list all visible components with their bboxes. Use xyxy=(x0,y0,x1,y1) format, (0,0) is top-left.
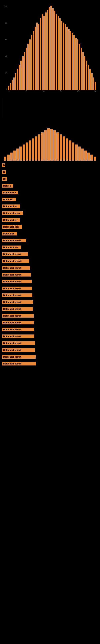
chart1-bar xyxy=(65,24,66,90)
result-row: Bottleneck result xyxy=(0,334,100,339)
chart1-bar xyxy=(50,6,52,90)
chart1-bar xyxy=(8,86,9,90)
result-row: Bottleneck re xyxy=(0,217,100,222)
result-row: Bottleneck result xyxy=(0,252,100,257)
bottleneck-result-label: Bottleneck re xyxy=(2,218,20,222)
result-row: Bottleneck res xyxy=(0,245,100,250)
result-row: Bottleneck re xyxy=(0,204,100,209)
chart2-bar xyxy=(66,138,68,160)
chart1-bar xyxy=(13,78,15,90)
result-row: B xyxy=(0,170,100,175)
result-row: Bottleneck result xyxy=(0,320,100,325)
result-row: Bottleneck result xyxy=(0,300,100,305)
result-row: Bottleneck result xyxy=(0,340,100,346)
result-row: Bottleneck result xyxy=(0,238,100,243)
result-row: Bottleneck result xyxy=(0,292,100,298)
chart2-bar xyxy=(35,136,37,160)
chart2-bar xyxy=(56,132,59,160)
chart2-bar xyxy=(38,134,40,160)
chart1-bar xyxy=(59,18,61,90)
result-row: Bottleneck result xyxy=(0,265,100,270)
chart2-bar xyxy=(44,130,47,160)
chart1-bar xyxy=(45,12,47,90)
chart1-bar xyxy=(56,14,57,90)
chart2-bar xyxy=(63,136,65,160)
chart1-bar xyxy=(47,10,49,90)
chart2-bar xyxy=(26,142,28,160)
chart2-bar xyxy=(53,130,56,160)
chart2 xyxy=(2,120,98,160)
bar-container xyxy=(8,6,96,90)
bottleneck-result-label: Bottleneck xyxy=(2,232,17,236)
chart1-bar xyxy=(66,27,68,90)
chart1-bar xyxy=(81,48,82,90)
chart1-bar xyxy=(20,60,22,90)
chart2-bar xyxy=(41,132,43,160)
result-row: Bottleneck resi xyxy=(0,224,100,230)
chart2-bar xyxy=(75,144,77,160)
bottleneck-result-label: Bottleneck resu xyxy=(2,211,23,215)
bottleneck-result-label: Bottleneck result xyxy=(2,294,32,297)
chart2-bar xyxy=(87,152,90,160)
chart2-bar xyxy=(84,150,87,160)
chart1-bar xyxy=(43,16,45,90)
bottleneck-result-label: Bo xyxy=(2,177,7,181)
chart1-bar xyxy=(70,31,71,90)
chart1-bar xyxy=(36,22,38,90)
chart1-bar xyxy=(63,22,64,90)
chart2-bar xyxy=(72,142,74,160)
result-row: Bottleneck result xyxy=(0,327,100,332)
bottleneck-result-label: Bottleneck result xyxy=(2,259,29,263)
chart1-bar xyxy=(73,35,75,90)
chart2-bar xyxy=(7,154,9,160)
result-row: Bottleneck result xyxy=(0,306,100,312)
chart1-bar xyxy=(29,40,31,90)
chart1-bar xyxy=(38,24,39,90)
bottleneck-result-label: Bottleneck result xyxy=(2,341,35,345)
chart2-bar xyxy=(13,150,16,160)
x-axis: 0 10 20 30 40 50 xyxy=(8,90,96,96)
chart1-bar xyxy=(58,16,59,90)
bottleneck-result-label: Bottlen xyxy=(2,184,13,188)
chart2-bar xyxy=(23,144,25,160)
chart1-bar xyxy=(22,56,24,90)
bottleneck-result-label: B xyxy=(2,170,6,174)
chart1-bar xyxy=(82,52,84,90)
chart1-bar xyxy=(31,35,32,90)
chart1-bar xyxy=(79,44,80,90)
result-row: Bottleneck result xyxy=(0,286,100,291)
result-row: Bottleneck result xyxy=(0,313,100,318)
bottleneck-result-label: Bottleneck result xyxy=(2,280,32,283)
bottleneck-result-label: Bottleneck result xyxy=(2,314,34,318)
result-row: Bottleneck result xyxy=(0,361,100,366)
chart1-bar xyxy=(33,31,34,90)
chart2-bar xyxy=(78,146,81,160)
result-row: Bottleneck result xyxy=(0,347,100,352)
chart1-bar xyxy=(95,82,96,90)
result-row: Bottleneck r xyxy=(0,190,100,195)
bottleneck-result-label: Bottleneck result xyxy=(2,307,33,311)
chart2-bar xyxy=(16,148,19,160)
chart1-bar xyxy=(93,78,94,90)
bottleneck-result-label: Bottleneck result xyxy=(2,355,36,359)
chart1-bar xyxy=(84,56,85,90)
chart1-bar xyxy=(26,48,27,90)
chart1-bar xyxy=(10,83,11,90)
bottleneck-result-label: Bottleneck result xyxy=(2,348,35,352)
chart1-bar xyxy=(68,30,70,90)
bottleneck-result-label: Bottleneck result xyxy=(2,362,36,366)
chart2-bar xyxy=(69,140,71,160)
chart1-bar xyxy=(17,69,18,90)
chart2-bar xyxy=(94,156,96,160)
bottleneck-result-label: Bottleneck re xyxy=(2,204,20,208)
bottleneck-result-label: Bottleneck result xyxy=(2,266,30,270)
result-row: B xyxy=(0,162,100,168)
chart1-bar xyxy=(42,14,43,90)
divider-line xyxy=(2,98,2,118)
bar-container2 xyxy=(4,120,96,160)
chart1: 100 80 60 40 20 0 0 10 20 30 40 50 xyxy=(2,4,98,96)
chart2-bar xyxy=(29,140,31,160)
site-title xyxy=(0,0,100,2)
result-row: Bottlen xyxy=(0,183,100,188)
result-row: Bo xyxy=(0,176,100,182)
